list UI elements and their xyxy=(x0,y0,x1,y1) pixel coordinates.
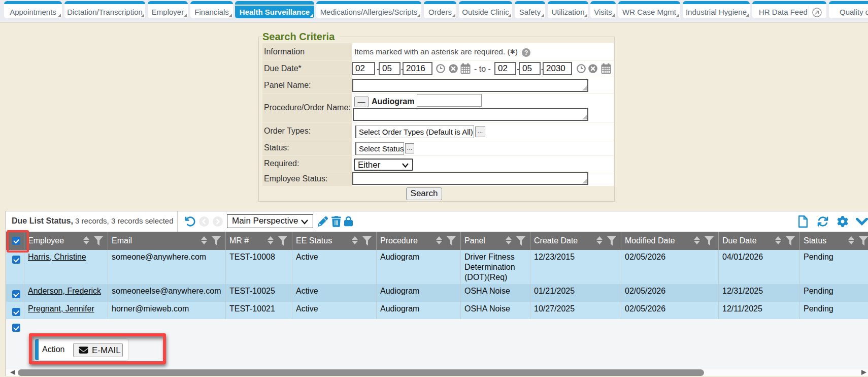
svg-text:?: ? xyxy=(524,49,528,56)
